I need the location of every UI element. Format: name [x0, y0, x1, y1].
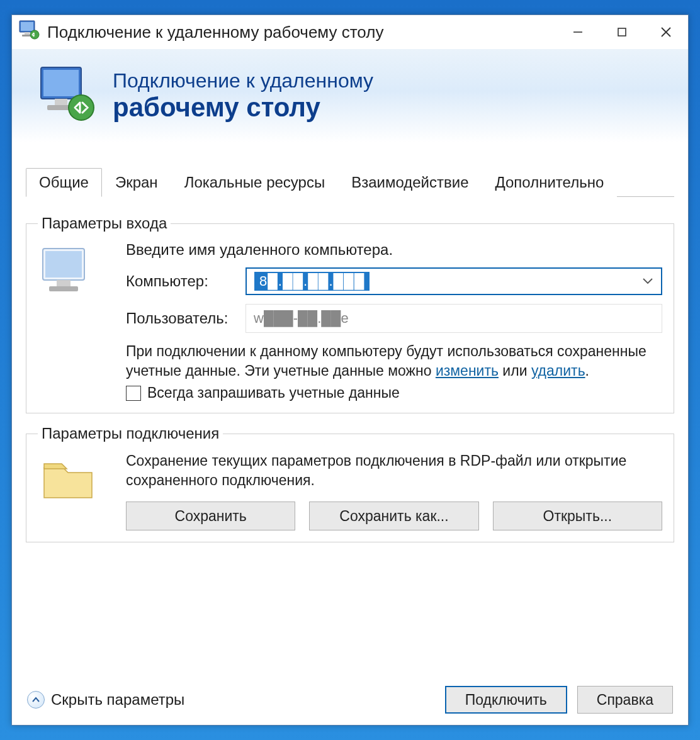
rdp-icon	[18, 20, 41, 45]
connection-desc: Сохранение текущих параметров подключени…	[126, 451, 662, 490]
svg-rect-16	[57, 280, 71, 286]
always-prompt-checkbox[interactable]	[126, 386, 141, 401]
connect-button[interactable]: Подключить	[445, 686, 567, 714]
minimize-button[interactable]	[556, 15, 600, 49]
titlebar: Подключение к удаленному рабочему столу	[12, 15, 688, 49]
svg-rect-15	[45, 251, 82, 278]
chevron-down-icon	[642, 273, 653, 289]
edit-credentials-link[interactable]: изменить	[436, 362, 499, 379]
login-group: Параметры входа Введите имя удаленного к…	[26, 215, 674, 413]
user-value: w███-██.██e	[254, 310, 349, 327]
svg-rect-1	[21, 22, 33, 31]
connection-group: Параметры подключения Сохранение текущих…	[26, 425, 674, 542]
window-title: Подключение к удаленному рабочему столу	[47, 23, 556, 42]
svg-rect-6	[618, 28, 626, 36]
tab-display[interactable]: Экран	[102, 168, 171, 197]
save-button[interactable]: Сохранить	[126, 502, 295, 530]
user-field: w███-██.██e	[246, 304, 662, 333]
svg-point-13	[69, 95, 94, 120]
tab-advanced[interactable]: Дополнительно	[482, 168, 618, 197]
banner-line2: рабочему столу	[113, 92, 373, 123]
tab-local-resources[interactable]: Локальные ресурсы	[171, 168, 339, 197]
svg-rect-2	[25, 32, 30, 35]
banner-line1: Подключение к удаленному	[113, 69, 373, 92]
computer-label: Компьютер:	[126, 272, 246, 290]
rdp-window: Подключение к удаленному рабочему столу …	[11, 14, 689, 726]
hide-options-toggle[interactable]: Скрыть параметры	[27, 691, 435, 709]
footer: Скрыть параметры Подключить Справка	[12, 675, 688, 725]
login-instruction: Введите имя удаленного компьютера.	[126, 241, 662, 259]
svg-rect-10	[43, 70, 79, 96]
rdp-large-icon	[37, 64, 100, 128]
always-prompt-label: Всегда запрашивать учетные данные	[147, 384, 400, 401]
login-legend: Параметры входа	[38, 215, 171, 232]
svg-rect-17	[49, 286, 78, 291]
banner: Подключение к удаленному рабочему столу	[12, 49, 688, 142]
chevron-up-icon	[27, 691, 45, 709]
close-button[interactable]	[644, 15, 688, 49]
computer-value: 8█.██.██.███	[254, 272, 370, 291]
save-as-button[interactable]: Сохранить как...	[309, 502, 478, 530]
svg-rect-11	[55, 99, 67, 105]
user-label: Пользователь:	[126, 310, 246, 327]
connection-legend: Параметры подключения	[38, 425, 223, 442]
open-button[interactable]: Открыть...	[493, 502, 662, 530]
computer-combobox[interactable]: 8█.██.██.███	[246, 267, 662, 295]
tab-general[interactable]: Общие	[26, 168, 102, 197]
folder-icon	[38, 451, 126, 530]
tab-experience[interactable]: Взаимодействие	[338, 168, 482, 197]
delete-credentials-link[interactable]: удалить	[531, 362, 585, 379]
monitor-icon	[38, 241, 126, 401]
maximize-button[interactable]	[600, 15, 644, 49]
svg-point-4	[30, 30, 39, 39]
tabs: Общие Экран Локальные ресурсы Взаимодейс…	[26, 167, 674, 197]
credentials-note: При подключении к данному компьютеру буд…	[126, 342, 662, 381]
help-button[interactable]: Справка	[577, 686, 673, 714]
